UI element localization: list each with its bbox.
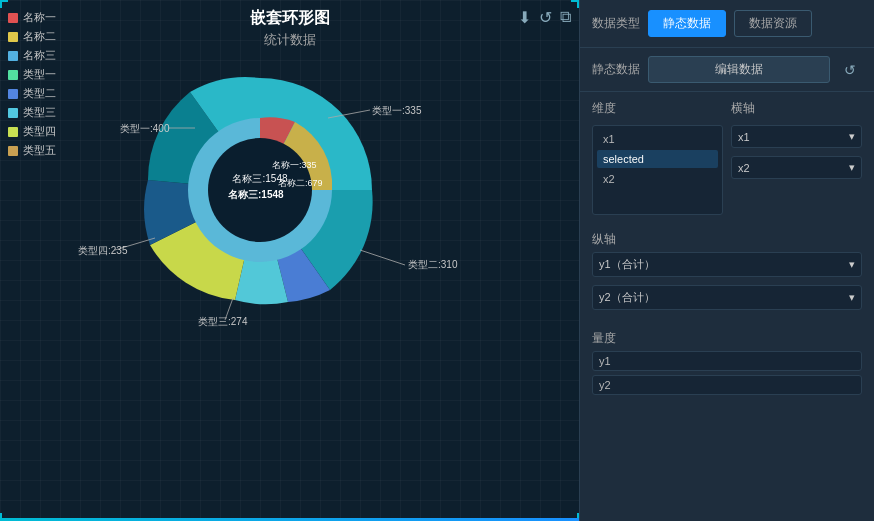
axis-select-x1[interactable]: x1 ▾ — [731, 125, 862, 148]
donut-chart-svg: 名称三:1548 类型一:400 类型一:335 名称一:335 名称二:679… — [50, 50, 470, 330]
dimension-column: 维度 x1 selected x2 — [592, 100, 723, 215]
chart-toolbar: ⬇ ↺ ⧉ — [518, 8, 571, 27]
legend-color — [8, 70, 18, 80]
y-axis-select-1[interactable]: y1（合计） ▾ — [592, 252, 862, 277]
copy-icon[interactable]: ⧉ — [560, 8, 571, 27]
inner-label-2: 名称二:679 — [278, 178, 323, 188]
right-panel: 数据类型 静态数据 数据资源 静态数据 编辑数据 ↺ 维度 x1 selecte… — [580, 0, 874, 521]
label-text: 类型一:400 — [120, 123, 170, 134]
tab-static-data[interactable]: 静态数据 — [648, 10, 726, 37]
chevron-down-icon: ▾ — [849, 258, 855, 271]
dimension-header: 维度 — [592, 100, 723, 117]
axis-column: 横轴 x1 ▾ x2 ▾ — [731, 100, 862, 215]
label-text: 类型四:235 — [78, 245, 128, 256]
dimension-items: x1 selected x2 — [592, 125, 723, 215]
label-text: 类型二:310 — [408, 259, 458, 270]
axis-select-x2[interactable]: x2 ▾ — [731, 156, 862, 179]
legend-item: 类型四 — [8, 124, 56, 139]
tab-data-source[interactable]: 数据资源 — [734, 10, 812, 37]
refresh-icon[interactable]: ↺ — [539, 8, 552, 27]
y-axis-section: y1（合计） ▾ y2（合计） ▾ — [580, 252, 874, 322]
label-text: 类型一:335 — [372, 105, 422, 116]
chart-panel: 名称一 名称二 名称三 类型一 类型二 类型三 类型四 类型五 — [0, 0, 580, 521]
edit-data-button[interactable]: 编辑数据 — [648, 56, 830, 83]
axis-header: 横轴 — [731, 100, 862, 117]
inner-label-3: 名称三:1548 — [227, 189, 284, 200]
static-data-label: 静态数据 — [592, 61, 640, 78]
download-icon[interactable]: ⬇ — [518, 8, 531, 27]
chevron-down-icon: ▾ — [849, 161, 855, 174]
measure-item-y1[interactable]: y1 — [592, 351, 862, 371]
chart-main-title: 嵌套环形图 — [0, 8, 579, 29]
y-axis-label-2: y2（合计） — [599, 290, 655, 305]
chart-sub-title: 统计数据 — [0, 31, 579, 49]
static-data-row: 静态数据 编辑数据 ↺ — [580, 48, 874, 92]
measure-section-title: 量度 — [580, 322, 874, 351]
measure-item-y2[interactable]: y2 — [592, 375, 862, 395]
legend-color — [8, 51, 18, 61]
legend-item: 类型五 — [8, 143, 56, 158]
dim-item-x2[interactable]: x2 — [597, 170, 718, 188]
legend-color — [8, 127, 18, 137]
axis-select-label: x2 — [738, 162, 750, 174]
chevron-down-icon: ▾ — [849, 291, 855, 304]
legend-item: 类型三 — [8, 105, 56, 120]
dim-axis-section: 维度 x1 selected x2 横轴 x1 ▾ x2 ▾ — [580, 92, 874, 223]
label-text: 类型三:274 — [198, 316, 248, 327]
measure-section: y1 y2 — [580, 351, 874, 395]
inner-label-1: 名称一:335 — [272, 160, 317, 170]
y-axis-section-title: 纵轴 — [580, 223, 874, 252]
data-type-label: 数据类型 — [592, 15, 640, 32]
donut-chart-container: 名称三:1548 类型一:400 类型一:335 名称一:335 名称二:679… — [50, 50, 470, 330]
legend-color — [8, 89, 18, 99]
dim-item-selected[interactable]: selected — [597, 150, 718, 168]
legend-color — [8, 108, 18, 118]
axis-select-label: x1 — [738, 131, 750, 143]
y-axis-select-2[interactable]: y2（合计） ▾ — [592, 285, 862, 310]
legend-item: 类型二 — [8, 86, 56, 101]
data-type-row: 数据类型 静态数据 数据资源 — [580, 0, 874, 48]
legend-item: 类型一 — [8, 67, 56, 82]
dim-item-x1[interactable]: x1 — [597, 130, 718, 148]
chevron-down-icon: ▾ — [849, 130, 855, 143]
label-line — [360, 250, 405, 265]
y-axis-label-1: y1（合计） — [599, 257, 655, 272]
refresh-button[interactable]: ↺ — [838, 58, 862, 82]
chart-title-area: 嵌套环形图 统计数据 — [0, 0, 579, 49]
measure-items: y1 y2 — [592, 351, 862, 395]
legend-color — [8, 146, 18, 156]
legend-item: 名称三 — [8, 48, 56, 63]
